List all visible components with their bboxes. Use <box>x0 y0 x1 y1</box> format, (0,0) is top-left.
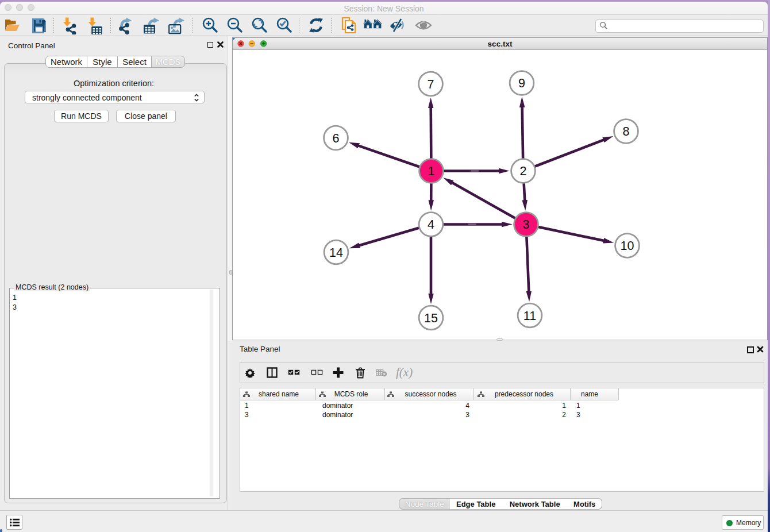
svg-text:2: 2 <box>520 164 527 178</box>
svg-text:6: 6 <box>333 132 340 145</box>
svg-text:11: 11 <box>523 309 536 323</box>
svg-text:3: 3 <box>523 218 530 232</box>
svg-text:4: 4 <box>428 218 434 232</box>
svg-text:15: 15 <box>424 311 438 325</box>
svg-text:8: 8 <box>623 125 630 138</box>
svg-text:1: 1 <box>428 164 435 178</box>
svg-text:7: 7 <box>428 78 434 91</box>
svg-text:14: 14 <box>329 246 343 260</box>
svg-text:10: 10 <box>621 239 634 253</box>
svg-text:9: 9 <box>518 76 525 90</box>
